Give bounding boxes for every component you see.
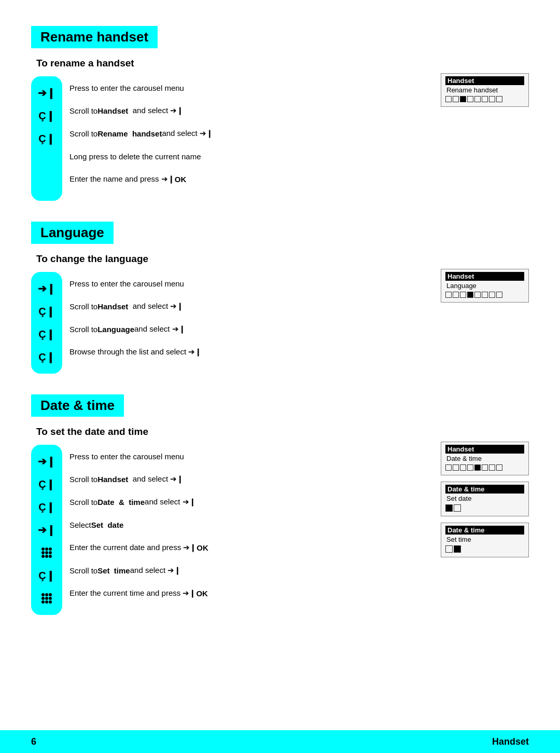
instructions-language: To change the language ➔❙ Ç❙ Ç❙ Ç (31, 253, 425, 374)
screen-rename-1: Handset Rename handset (441, 73, 529, 107)
screen-dt-item2: Set date (445, 495, 524, 502)
icon-spacer-2 (35, 173, 58, 196)
icon-grid-dt-1 (35, 541, 58, 564)
screen-dt-title-1: Handset (445, 445, 524, 454)
screen-dt-title-2: Date & time (445, 485, 524, 494)
step-dt-7: Enter the current time and press ➔❙OK (69, 582, 208, 605)
icon-scroll-lang-1: Ç❙ (35, 300, 58, 323)
footer-section-title: Handset (492, 736, 529, 747)
icon-sidebar-language: ➔❙ Ç❙ Ç❙ Ç❙ (31, 272, 62, 374)
screen-dt-dots-2 (445, 504, 524, 512)
step-rename-3: Scroll to Rename handset and select ➔❙ (69, 122, 213, 145)
screen-dt-title-3: Date & time (445, 526, 524, 535)
keypad-icon-1 (41, 547, 52, 558)
section-language: Language To change the language ➔❙ Ç❙ Ç❙ (31, 216, 529, 374)
screen-datetime-1: Handset Date & time (441, 442, 529, 475)
footer-page-number: 6 (31, 736, 36, 747)
icon-spacer-1 (35, 150, 58, 173)
step-rename-1: Press to enter the carousel menu (69, 76, 213, 99)
section-datetime: Date & time To set the date and time ➔❙ … (31, 389, 529, 615)
icon-sidebar-rename: ➔❙ Ç❙ Ç❙ (31, 76, 62, 201)
screen-dt-dots-1 (445, 464, 524, 471)
icon-grid-dt-2 (35, 587, 58, 610)
step-rename-2: Scroll to Handset and select ➔❙ (69, 99, 213, 122)
step-rename-4: Long press to delete the current name (69, 145, 213, 168)
icon-sidebar-datetime: ➔❙ Ç❙ Ç❙ ➔❙ (31, 445, 62, 615)
step-lang-3: Scroll to Language and select ➔❙ (69, 318, 202, 340)
icon-scroll-2: Ç❙ (35, 127, 58, 150)
icon-nav-dt-2: ➔❙ (35, 518, 58, 541)
step-dt-4: Select Set date (69, 513, 208, 536)
instructions-datetime: To set the date and time ➔❙ Ç❙ Ç❙ (31, 426, 425, 615)
step-lang-1: Press to enter the carousel menu (69, 272, 202, 295)
screens-language: Handset Language (441, 253, 529, 303)
page-content: Rename handset To rename a handset ➔❙ Ç❙ (31, 21, 529, 615)
steps-list-language: Press to enter the carousel menu Scroll … (69, 272, 202, 374)
step-lang-2: Scroll to Handset and select ➔❙ (69, 295, 202, 318)
screens-datetime: Handset Date & time Date & (441, 426, 529, 557)
screen-rename-dots (445, 96, 524, 102)
step-dt-2: Scroll to Handset and select ➔❙ (69, 468, 208, 490)
screen-language-title: Handset (445, 272, 524, 281)
screen-language-1: Handset Language (441, 269, 529, 303)
screens-rename: Handset Rename handset (441, 58, 529, 107)
icon-scroll-dt-1: Ç❙ (35, 473, 58, 496)
screen-rename-title: Handset (445, 76, 524, 85)
screen-dt-dots-3 (445, 545, 524, 553)
step-lang-4: Browse through the list and select ➔❙ (69, 340, 202, 363)
section-title-language: Language (31, 222, 114, 244)
subsection-title-datetime: To set the date and time (36, 426, 425, 437)
icon-nav-1: ➔❙ (35, 81, 58, 104)
screen-dt-item3: Set time (445, 536, 524, 543)
icon-scroll-dt-2: Ç❙ (35, 496, 58, 518)
icon-nav-dt-1: ➔❙ (35, 450, 58, 473)
screen-datetime-3: Date & time Set time (441, 523, 529, 557)
screen-rename-item1: Rename handset (445, 86, 524, 94)
step-dt-1: Press to enter the carousel menu (69, 445, 208, 468)
screen-dt-item1: Date & time (445, 455, 524, 462)
screen-datetime-2: Date & time Set date (441, 482, 529, 516)
page-footer: 6 Handset (0, 730, 560, 753)
section-rename-handset: Rename handset To rename a handset ➔❙ Ç❙ (31, 21, 529, 201)
steps-list-datetime: Press to enter the carousel menu Scroll … (69, 445, 208, 615)
keypad-icon-2 (41, 593, 52, 604)
section-title-datetime: Date & time (31, 394, 124, 417)
icon-scroll-lang-2: Ç❙ (35, 323, 58, 346)
instructions-rename: To rename a handset ➔❙ Ç❙ Ç❙ (31, 58, 425, 201)
subsection-title-language: To change the language (36, 253, 425, 265)
icon-scroll-lang-3: Ç❙ (35, 346, 58, 368)
subsection-title-rename: To rename a handset (36, 58, 425, 69)
icon-scroll-1: Ç❙ (35, 104, 58, 127)
step-dt-5: Enter the current date and press ➔❙OK (69, 536, 208, 559)
icon-scroll-dt-3: Ç❙ (35, 564, 58, 587)
steps-list-rename: Press to enter the carousel menu Scroll … (69, 76, 213, 201)
step-dt-3: Scroll to Date & time and select ➔❙ (69, 490, 208, 513)
icon-nav-lang-1: ➔❙ (35, 277, 58, 300)
section-title-rename: Rename handset (31, 26, 158, 48)
step-rename-5: Enter the name and press ➔❙OK (69, 168, 213, 190)
screen-language-dots (445, 292, 524, 298)
screen-language-item1: Language (445, 282, 524, 290)
step-dt-6: Scroll to Set time and select ➔❙ (69, 559, 208, 582)
